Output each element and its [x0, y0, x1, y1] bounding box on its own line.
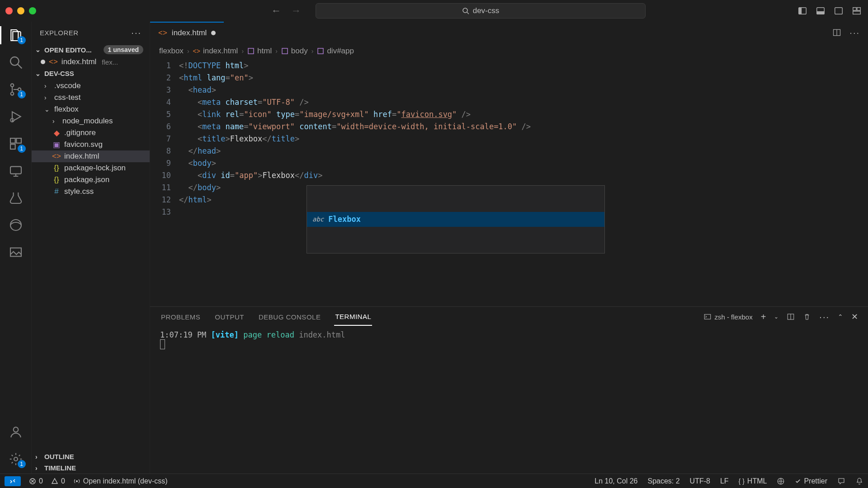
dirty-indicator-icon: [41, 60, 45, 64]
tree-file[interactable]: #style.css: [32, 186, 150, 197]
titlebar-layout-controls: [797, 6, 862, 16]
activity-bar: 1 1 1: [0, 22, 32, 474]
tree-file[interactable]: <>index.html: [32, 150, 150, 162]
kill-terminal-icon[interactable]: [803, 313, 811, 321]
terminal-shell-label[interactable]: zsh - flexbox: [703, 313, 752, 321]
intellisense-popup[interactable]: abc Flexbox: [307, 185, 605, 253]
cursor-position[interactable]: Ln 10, Col 26: [594, 477, 637, 485]
accounts-icon[interactable]: [9, 425, 23, 439]
tree-folder[interactable]: ›css-test: [32, 92, 150, 103]
nav-back-icon[interactable]: ←: [271, 5, 281, 17]
edge-icon[interactable]: [9, 218, 23, 232]
remote-button[interactable]: [5, 476, 21, 486]
toggle-panel-icon[interactable]: [816, 6, 826, 16]
timeline-section[interactable]: ›TIMELINE: [32, 462, 150, 474]
panel-tab-output[interactable]: OUTPUT: [214, 309, 245, 325]
open-editors-label: OPEN EDITO...: [44, 46, 92, 54]
source-control-icon[interactable]: 1: [9, 82, 23, 97]
minimize-window[interactable]: [17, 7, 24, 14]
search-view-icon[interactable]: [9, 55, 23, 70]
project-section[interactable]: ⌄ DEV-CSS: [32, 68, 150, 79]
toggle-primary-sidebar-icon[interactable]: [797, 6, 807, 16]
panel-more-icon[interactable]: ···: [819, 312, 830, 322]
sidebar-title: EXPLORER: [40, 29, 79, 37]
split-terminal-icon[interactable]: [787, 313, 795, 321]
breadcrumb[interactable]: flexbox› <>index.html› html› body› div#a…: [150, 43, 868, 59]
maximize-panel-icon[interactable]: ⌃: [838, 313, 843, 320]
dirty-indicator-icon: [211, 31, 216, 35]
terminal-output[interactable]: 1:07:19 PM [vite] page reload index.html: [150, 327, 868, 474]
tree-file[interactable]: ▣favicon.svg: [32, 139, 150, 150]
status-bar: 0 0 Open index.html (dev-css) Ln 10, Col…: [0, 474, 868, 488]
customize-layout-icon[interactable]: [852, 6, 862, 16]
explorer-icon[interactable]: 1: [9, 28, 23, 42]
unsaved-badge: 1 unsaved: [104, 45, 143, 54]
tab-index-html[interactable]: <> index.html: [150, 22, 224, 43]
css-file-icon: #: [52, 188, 61, 196]
panel-tab-problems[interactable]: PROBLEMS: [160, 309, 201, 325]
json-file-icon: {}: [52, 176, 61, 184]
warnings-status[interactable]: 0: [51, 477, 65, 485]
errors-status[interactable]: 0: [29, 477, 43, 485]
open-editor-item[interactable]: <> index.html flex...: [32, 56, 150, 68]
html-file-icon: <>: [49, 57, 58, 66]
svg-file-icon: ▣: [52, 141, 61, 149]
terminal-dropdown-icon[interactable]: ⌄: [774, 314, 778, 320]
breadcrumb-item: flexbox: [159, 47, 184, 56]
tree-file[interactable]: {}package-lock.json: [32, 162, 150, 174]
chevron-right-icon: ›: [52, 117, 59, 125]
image-icon[interactable]: [9, 245, 23, 259]
task-status[interactable]: Open index.html (dev-css): [73, 477, 168, 485]
tree-file[interactable]: {}package.json: [32, 174, 150, 186]
search-text: dev-css: [473, 6, 500, 15]
sidebar: EXPLORER ··· ⌄ OPEN EDITO... 1 unsaved <…: [32, 22, 150, 474]
html-file-icon: <>: [52, 152, 61, 160]
notifications-icon[interactable]: [855, 477, 863, 485]
code-editor[interactable]: 12345678910111213 <!DOCTYPE html> <html …: [150, 59, 868, 306]
close-panel-icon[interactable]: ✕: [851, 312, 858, 322]
broadcast-icon: [73, 478, 80, 485]
indentation-status[interactable]: Spaces: 2: [647, 477, 679, 485]
feedback-icon[interactable]: [837, 477, 845, 485]
eol-status[interactable]: LF: [720, 477, 729, 485]
breadcrumb-item: <>index.html: [193, 47, 238, 56]
nav-arrows: ← →: [271, 5, 301, 17]
svg-point-24: [14, 457, 18, 461]
panel-tabs: PROBLEMS OUTPUT DEBUG CONSOLE TERMINAL z…: [150, 307, 868, 327]
explorer-badge: 1: [18, 36, 26, 44]
tree-file[interactable]: ◆.gitignore: [32, 127, 150, 139]
editor-more-icon[interactable]: ···: [849, 28, 860, 38]
split-editor-icon[interactable]: [832, 28, 841, 37]
tree-folder[interactable]: ›node_modules: [32, 115, 150, 127]
svg-rect-28: [282, 48, 288, 54]
sidebar-more-icon[interactable]: ···: [131, 28, 142, 38]
close-window[interactable]: [5, 7, 13, 14]
live-preview-icon[interactable]: [777, 477, 785, 485]
encoding-status[interactable]: UTF-8: [690, 477, 710, 485]
command-center[interactable]: dev-css: [316, 3, 646, 19]
symbol-icon: [317, 47, 324, 55]
prettier-status[interactable]: Prettier: [795, 477, 827, 485]
language-status[interactable]: { }HTML: [739, 477, 767, 485]
file-tree: ›.vscode ›css-test ⌄flexbox ›node_module…: [32, 79, 150, 198]
window-controls: [5, 7, 36, 14]
suggest-item[interactable]: abc Flexbox: [307, 212, 604, 227]
settings-icon[interactable]: 1: [9, 452, 23, 466]
outline-section[interactable]: ›OUTLINE: [32, 451, 150, 462]
toggle-secondary-sidebar-icon[interactable]: [834, 6, 844, 16]
svg-rect-9: [857, 8, 860, 10]
tree-folder[interactable]: ›.vscode: [32, 80, 150, 92]
new-terminal-icon[interactable]: +: [761, 312, 766, 322]
nav-forward-icon[interactable]: →: [291, 5, 301, 17]
testing-icon[interactable]: [9, 191, 23, 205]
panel-tab-terminal[interactable]: TERMINAL: [334, 308, 372, 326]
extensions-icon[interactable]: 1: [9, 136, 23, 151]
run-debug-icon[interactable]: [9, 109, 23, 124]
remote-explorer-icon[interactable]: [9, 164, 23, 178]
tree-folder[interactable]: ⌄flexbox: [32, 103, 150, 115]
error-icon: [29, 478, 36, 485]
panel-tab-debug[interactable]: DEBUG CONSOLE: [258, 309, 321, 325]
code-content[interactable]: <!DOCTYPE html> <html lang="en"> <head> …: [179, 59, 868, 306]
maximize-window[interactable]: [29, 7, 36, 14]
open-editors-section[interactable]: ⌄ OPEN EDITO... 1 unsaved: [32, 43, 150, 56]
